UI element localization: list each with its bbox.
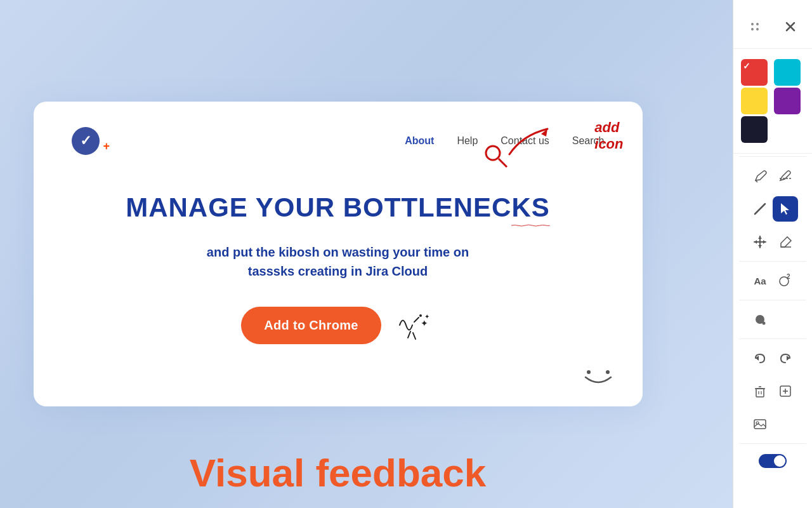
erase-tool-button[interactable]	[773, 229, 798, 255]
pen-tool-button[interactable]	[747, 163, 773, 189]
svg-marker-21	[758, 245, 762, 248]
toolbar-top-icons	[733, 10, 812, 49]
svg-point-6	[587, 370, 591, 374]
content-card: ✓ + About Help Contact us Search	[34, 102, 643, 406]
svg-text:2: 2	[787, 273, 790, 280]
toolbar-divider-4	[739, 338, 806, 339]
color-swatch-teal[interactable]	[774, 59, 801, 86]
nav-link-contact[interactable]: Contact us	[501, 135, 549, 147]
sparkle-doodle: ✦ ✦	[396, 306, 435, 344]
svg-point-3	[419, 314, 422, 317]
svg-point-11	[756, 28, 759, 30]
toolbar-divider-2	[739, 261, 806, 262]
svg-point-7	[606, 370, 610, 374]
nav-link-help[interactable]: Help	[457, 135, 478, 147]
image-tool-button[interactable]	[747, 411, 773, 437]
card-navigation: ✓ + About Help Contact us Search	[72, 127, 605, 155]
subheadline: and put the kibosh on wasting your time …	[207, 243, 469, 281]
svg-point-9	[756, 23, 759, 25]
headline-part2: KS	[511, 192, 549, 222]
color-swatch-red[interactable]: ✓	[741, 59, 768, 86]
dot-tool-button[interactable]	[747, 307, 773, 332]
move-tool-button[interactable]	[747, 229, 773, 255]
nav-link-search[interactable]: Search	[572, 135, 605, 147]
svg-point-8	[751, 23, 754, 25]
tool-row-line-select	[742, 192, 803, 225]
svg-marker-23	[763, 240, 766, 244]
line-tool-button[interactable]	[747, 196, 773, 222]
tool-row-pen-eraser	[742, 159, 803, 192]
svg-line-14	[756, 180, 757, 182]
drag-handle-icon[interactable]	[743, 15, 766, 38]
toolbar-divider-5	[739, 443, 806, 444]
svg-point-29	[763, 322, 766, 325]
svg-marker-17	[781, 203, 789, 215]
color-swatch-yellow[interactable]	[741, 88, 768, 114]
logo-check-icon: ✓	[80, 133, 91, 149]
svg-line-16	[755, 204, 765, 214]
highlight-eraser-button[interactable]	[773, 163, 798, 189]
swatch-check-icon: ✓	[743, 61, 750, 71]
tool-row-move-erase	[742, 225, 803, 258]
toggle-switch[interactable]	[759, 454, 787, 468]
cta-row: Add to Chrome ✦ ✦	[241, 306, 434, 344]
logo-icon: ✓	[72, 127, 100, 155]
headline-container: MANAGE YOUR BOTTLENECKS	[126, 193, 550, 222]
toggle-container	[749, 446, 797, 476]
nav-link-about[interactable]: About	[405, 135, 434, 147]
logo: ✓ +	[72, 127, 110, 155]
headline-part1: MANAGE YOUR BOTTLENEC	[126, 192, 511, 222]
svg-rect-40	[754, 420, 766, 429]
delete-button[interactable]	[747, 378, 773, 404]
tool-row-text-shape: Aa 2	[742, 264, 803, 297]
toggle-knob	[774, 455, 785, 467]
toolbar-panel: ✓	[733, 0, 812, 508]
svg-marker-20	[758, 236, 762, 239]
color-swatch-black[interactable]	[741, 116, 768, 143]
add-frame-button[interactable]	[773, 378, 798, 404]
select-tool-button[interactable]	[773, 196, 798, 222]
svg-text:✦: ✦	[424, 313, 429, 320]
color-swatch-purple[interactable]	[774, 88, 801, 114]
toolbar-divider-3	[739, 300, 806, 300]
close-icon[interactable]	[779, 15, 802, 38]
tool-row-image	[742, 408, 803, 441]
color-swatches-grid: ✓	[733, 49, 812, 154]
toolbar-divider-1	[739, 156, 806, 157]
redo-button[interactable]	[773, 345, 798, 371]
visual-feedback-label: Visual feedback	[190, 450, 487, 495]
svg-rect-32	[756, 389, 764, 397]
smile-doodle	[579, 361, 617, 389]
main-area: ✓ + About Help Contact us Search	[0, 0, 676, 508]
svg-point-10	[751, 28, 754, 30]
svg-marker-22	[754, 240, 757, 244]
tool-row-dot	[742, 303, 803, 336]
card-body: MANAGE YOUR BOTTLENECKS and put the kibo…	[72, 193, 605, 344]
add-to-chrome-button[interactable]: Add to Chrome	[241, 307, 381, 344]
svg-point-0	[486, 146, 500, 160]
undo-button[interactable]	[747, 345, 773, 371]
svg-line-1	[499, 159, 507, 167]
svg-marker-24	[781, 237, 791, 247]
tool-row-delete-addframe	[742, 375, 803, 408]
nav-links-container: About Help Contact us Search	[405, 135, 604, 147]
logo-plus-icon: +	[103, 140, 110, 153]
tool-row-undo-redo	[742, 342, 803, 375]
main-headline: MANAGE YOUR BOTTLENECKS	[126, 193, 550, 222]
text-tool-button[interactable]: Aa	[747, 268, 773, 293]
shape-tool-button[interactable]: 2	[773, 268, 798, 293]
